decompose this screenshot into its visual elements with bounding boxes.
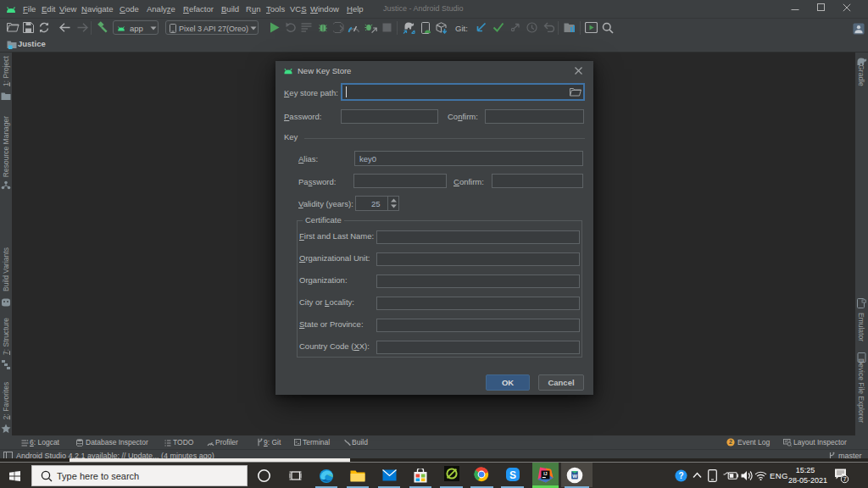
- svg-text:?: ?: [678, 471, 683, 480]
- svg-text:S: S: [509, 469, 516, 481]
- svg-text:7: 7: [843, 475, 846, 483]
- svg-text:2: 2: [729, 439, 732, 445]
- svg-text:W: W: [572, 474, 577, 479]
- svg-text:IJ: IJ: [543, 471, 547, 476]
